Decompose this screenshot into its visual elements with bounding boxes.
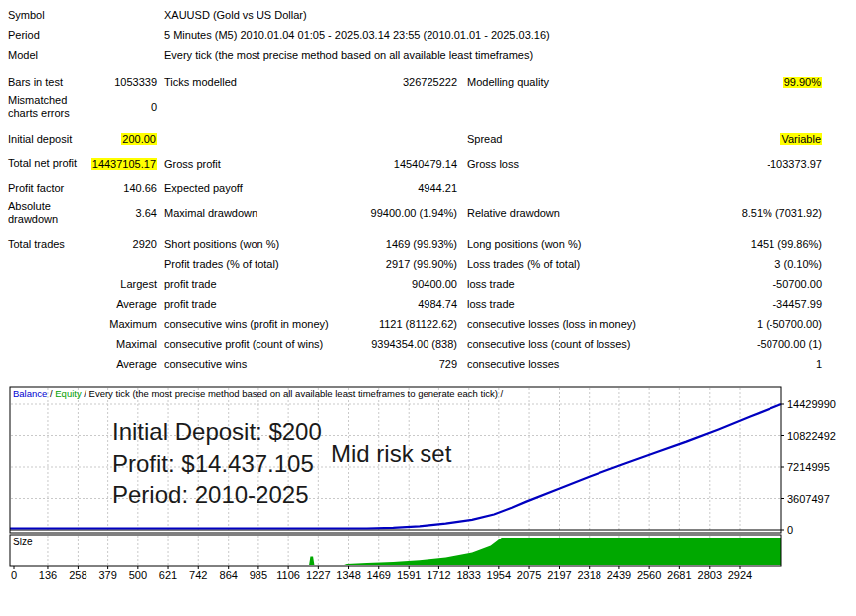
- report-row: Profit trades (% of total)2917 (99.90%)L…: [0, 254, 856, 274]
- x-axis-label: 2803: [698, 569, 722, 581]
- x-axis-label: 136: [39, 569, 57, 581]
- x-axis-label: 2318: [577, 569, 600, 581]
- stat-value: 1 (-50700.00): [757, 318, 822, 330]
- stat-value: 1469 (99.93%): [386, 238, 457, 250]
- stat-label: loss trade: [467, 278, 515, 290]
- stat-label: Period: [8, 29, 82, 42]
- stat-label: Maximal drawdown: [164, 207, 257, 219]
- stat-value: 1451 (99.86%): [751, 238, 822, 250]
- chart-annotation: Initial Deposit: $200: [112, 418, 322, 445]
- stat-label: Mismatched charts errors: [8, 94, 82, 120]
- highlighted-value: 99.90%: [783, 77, 822, 88]
- stat-value: 1121 (81122.62): [379, 318, 457, 330]
- stat-label: Gross loss: [467, 158, 519, 170]
- y-axis-label: 10822492: [787, 430, 836, 442]
- report-row: Absolute drawdown3.64Maximal drawdown994…: [0, 198, 856, 227]
- stat-value: 3 (0.10%): [774, 258, 822, 270]
- stat-value: Largest: [82, 278, 157, 290]
- stat-label: Spread: [467, 133, 502, 145]
- stat-label: profit trade: [164, 298, 217, 310]
- stat-value: 2920: [82, 238, 157, 250]
- legend-equity: Equity: [55, 388, 82, 399]
- stat-value: 14540479.14: [394, 158, 457, 170]
- report-row: Total net profit14437105.17Gross profit1…: [0, 149, 856, 178]
- size-panel-label: Size: [13, 537, 33, 547]
- x-axis-label: 985: [250, 569, 267, 581]
- stat-label: Absolute drawdown: [8, 200, 82, 226]
- x-axis-label: 1106: [276, 569, 300, 581]
- stat-label: loss trade: [467, 298, 515, 310]
- report-row: Largestprofit trade90400.00loss trade-50…: [0, 274, 856, 294]
- highlighted-value: 200.00: [121, 133, 157, 145]
- chart-annotation: Profit: $14.437.105: [112, 450, 314, 477]
- y-axis-label: 7214995: [787, 461, 830, 473]
- y-axis-label: 14429990: [787, 398, 836, 410]
- x-axis-label: 1227: [306, 569, 330, 581]
- stat-label: Relative drawdown: [467, 207, 560, 219]
- stat-value: Variable: [780, 133, 822, 145]
- stat-label: consecutive wins: [164, 358, 247, 370]
- stat-value: 8.51% (7031.92): [742, 207, 822, 219]
- stat-label: Expected payoff: [164, 182, 243, 194]
- report-row: SymbolXAUUSD (Gold vs US Dollar): [0, 5, 856, 25]
- report-row: Maximalconsecutive profit (count of wins…: [0, 334, 856, 354]
- balance-chart: 0360749772149951082249214429990013625837…: [0, 383, 856, 596]
- report-row: Maximumconsecutive wins (profit in money…: [0, 314, 856, 334]
- report-row: Averageconsecutive wins729consecutive lo…: [0, 354, 856, 374]
- stat-value: Maximum: [82, 318, 157, 330]
- report-row: Mismatched charts errors0: [0, 92, 856, 121]
- stat-label: Bars in test: [8, 77, 82, 89]
- stat-label: consecutive loss (count of losses): [467, 338, 630, 350]
- x-axis-label: 1954: [487, 569, 511, 581]
- legend-separator: /: [47, 388, 55, 399]
- x-axis-label: 1348: [336, 569, 360, 581]
- x-axis-label: 258: [69, 569, 86, 581]
- legend-model: / Every tick (the most precise method ba…: [82, 388, 504, 399]
- stat-value: -103373.97: [767, 158, 822, 170]
- report-row: Total trades2920Short positions (won %)1…: [0, 234, 856, 254]
- stat-value: 0: [82, 101, 157, 113]
- stat-value: 99400.00 (1.94%): [371, 207, 457, 219]
- stat-value: Average: [82, 358, 157, 370]
- stat-value: 3.64: [82, 207, 157, 219]
- x-axis-label: 2075: [517, 569, 541, 581]
- x-axis-label: 621: [159, 569, 177, 581]
- highlighted-value: Variable: [780, 133, 822, 145]
- report-row: Period5 Minutes (M5) 2010.01.04 01:05 - …: [0, 25, 856, 45]
- x-axis-label: 379: [98, 569, 116, 581]
- stat-label: Symbol: [8, 9, 82, 22]
- stat-label: consecutive wins (profit in money): [164, 318, 329, 330]
- stat-label: 5 Minutes (M5) 2010.01.04 01:05 - 2025.0…: [164, 29, 550, 41]
- x-axis-label: 500: [129, 569, 147, 581]
- stat-label: Modelling quality: [467, 77, 549, 88]
- x-axis-label: 742: [189, 569, 207, 581]
- stat-label: consecutive losses (loss in money): [467, 318, 636, 330]
- stat-value: Maximal: [82, 338, 157, 350]
- report-row: ModelEvery tick (the most precise method…: [0, 45, 856, 65]
- stat-label: Model: [8, 49, 82, 62]
- stat-value: 99.90%: [783, 77, 822, 88]
- stat-value: 729: [439, 358, 457, 370]
- x-axis-label: 2681: [667, 569, 691, 581]
- stat-label: profit trade: [164, 278, 217, 290]
- stat-label: Gross profit: [164, 158, 221, 170]
- stat-value: 1: [816, 358, 822, 370]
- stat-value: 90400.00: [412, 278, 457, 290]
- highlighted-value: 14437105.17: [91, 158, 157, 170]
- stat-value: 4944.21: [418, 182, 457, 194]
- stat-label: Ticks modelled: [164, 77, 237, 88]
- x-axis-label: 1469: [367, 569, 391, 581]
- x-axis-label: 1591: [397, 569, 421, 581]
- report-row: Initial deposit200.00SpreadVariable: [0, 129, 856, 149]
- stat-label: Total net profit: [8, 157, 82, 170]
- report-row: Profit factor140.66Expected payoff4944.2…: [0, 178, 856, 198]
- stat-value: 2917 (99.90%): [386, 258, 457, 270]
- chart-annotation: Period: 2010-2025: [112, 481, 308, 508]
- chart-annotation: Mid risk set: [331, 440, 452, 467]
- stat-label: XAUUSD (Gold vs US Dollar): [164, 9, 307, 21]
- stat-value: 200.00: [82, 133, 157, 145]
- stat-value: -50700.00: [772, 278, 822, 290]
- stat-value: 326725222: [403, 77, 457, 88]
- y-axis-label: 3607497: [787, 493, 830, 505]
- y-axis-label: 0: [787, 524, 793, 536]
